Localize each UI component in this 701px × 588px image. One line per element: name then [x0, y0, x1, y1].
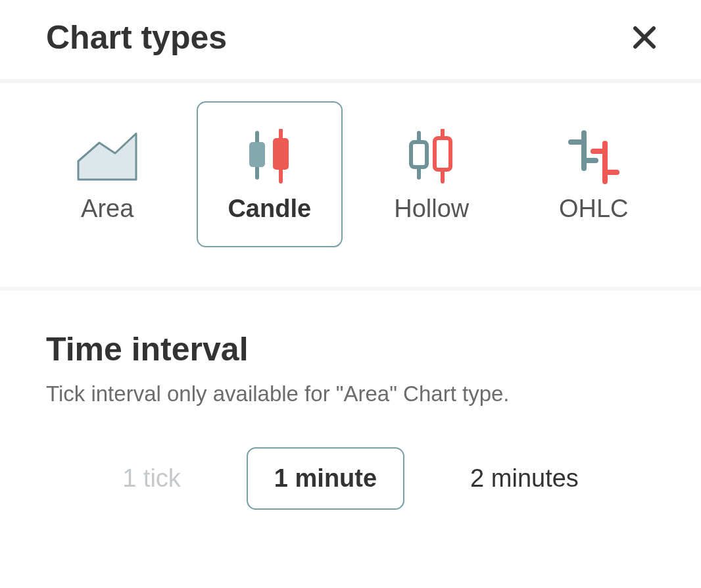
- chart-type-ohlc[interactable]: OHLC: [521, 101, 667, 247]
- chart-type-label: OHLC: [559, 195, 629, 223]
- time-interval-section: Time interval Tick interval only availab…: [0, 291, 701, 510]
- svg-rect-6: [273, 138, 289, 170]
- time-interval-1-tick: 1 tick: [96, 449, 207, 508]
- close-button[interactable]: [629, 22, 660, 53]
- panel-header: Chart types: [0, 0, 701, 79]
- chart-type-label: Area: [81, 195, 133, 223]
- time-interval-help: Tick interval only available for "Area" …: [46, 381, 655, 406]
- area-chart-icon: [76, 126, 139, 187]
- svg-rect-8: [411, 142, 427, 167]
- svg-marker-2: [78, 134, 136, 180]
- chart-type-hollow[interactable]: Hollow: [358, 101, 504, 247]
- svg-rect-10: [435, 138, 450, 170]
- chart-type-label: Candle: [228, 195, 311, 223]
- chart-types-panel: Chart types Area: [0, 0, 701, 588]
- chart-type-candle[interactable]: Candle: [197, 101, 343, 247]
- chart-type-label: Hollow: [394, 195, 469, 223]
- time-interval-2-minutes[interactable]: 2 minutes: [444, 449, 605, 508]
- time-interval-options: 1 tick 1 minute 2 minutes: [46, 447, 655, 510]
- close-icon: [631, 24, 658, 51]
- hollow-candle-icon: [402, 126, 461, 187]
- time-interval-1-minute[interactable]: 1 minute: [247, 447, 404, 510]
- time-interval-title: Time interval: [46, 330, 655, 368]
- ohlc-chart-icon: [564, 126, 623, 187]
- panel-title: Chart types: [46, 18, 227, 57]
- svg-rect-4: [249, 142, 265, 167]
- candle-chart-icon: [240, 126, 299, 187]
- chart-type-area[interactable]: Area: [34, 101, 180, 247]
- chart-type-row: Area Candle: [0, 83, 701, 287]
